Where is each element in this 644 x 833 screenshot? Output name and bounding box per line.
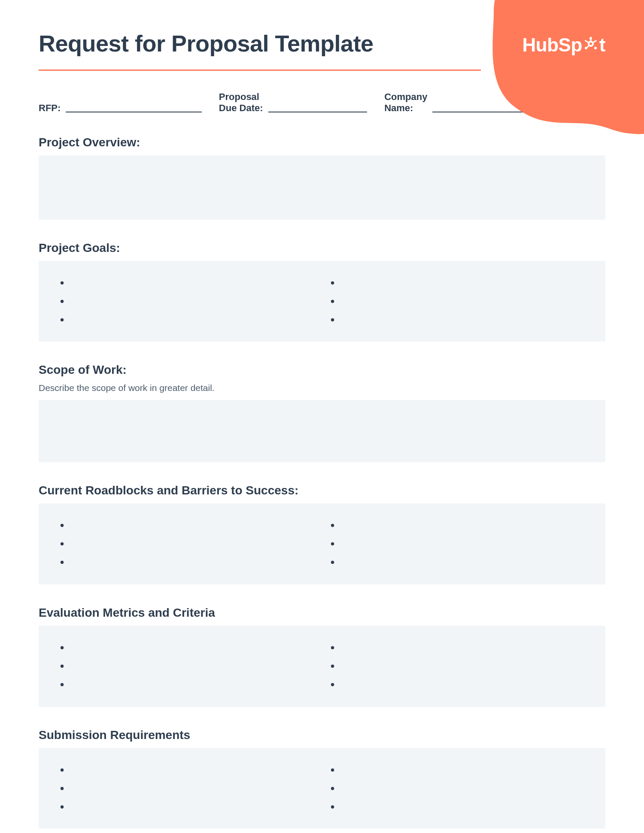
header-blob-shape [455, 0, 644, 167]
bullet[interactable]: • [331, 311, 584, 329]
bullet[interactable]: • [60, 761, 313, 779]
roadblocks-col-right: • • • [331, 516, 584, 572]
roadblocks-box[interactable]: • • • • • • [39, 503, 605, 585]
goals-col-left: • • • [60, 274, 313, 329]
bullet[interactable]: • [331, 553, 584, 572]
metrics-heading: Evaluation Metrics and Criteria [39, 606, 605, 620]
bullet[interactable]: • [331, 761, 584, 779]
bullet[interactable]: • [331, 274, 584, 292]
logo-text-hub: HubSp [522, 34, 582, 56]
submission-col-left: • • • [60, 761, 313, 816]
rfp-field[interactable]: RFP: [39, 91, 202, 114]
bullet[interactable]: • [331, 292, 584, 311]
metrics-col-right: • • • [331, 639, 584, 694]
logo-text-t: t [599, 34, 605, 56]
bullet[interactable]: • [60, 553, 313, 572]
goals-col-right: • • • [331, 274, 584, 329]
svg-rect-4 [584, 40, 589, 43]
title-underline [39, 70, 481, 71]
bullet[interactable]: • [60, 657, 313, 675]
svg-point-1 [589, 42, 592, 45]
bullet[interactable]: • [60, 798, 313, 816]
hubspot-logo: HubSpt [522, 34, 605, 56]
due-date-field[interactable]: Proposal Due Date: [219, 91, 367, 114]
goals-box[interactable]: • • • • • • [39, 261, 605, 342]
sprocket-icon [583, 34, 598, 56]
bullet[interactable]: • [331, 657, 584, 675]
bullet[interactable]: • [60, 274, 313, 292]
bullet[interactable]: • [331, 516, 584, 535]
svg-point-7 [585, 47, 587, 49]
metrics-box[interactable]: • • • • • • [39, 626, 605, 707]
bullet[interactable]: • [60, 311, 313, 329]
rfp-label: RFP: [39, 103, 61, 114]
bullet[interactable]: • [331, 798, 584, 816]
bullet[interactable]: • [60, 292, 313, 311]
scope-textarea[interactable] [39, 400, 605, 462]
svg-point-6 [589, 37, 592, 39]
company-label: Company Name: [384, 91, 427, 114]
svg-point-8 [594, 47, 597, 49]
bullet[interactable]: • [60, 779, 313, 798]
bullet[interactable]: • [331, 639, 584, 657]
scope-desc: Describe the scope of work in greater de… [39, 383, 605, 393]
submission-col-right: • • • [331, 761, 584, 816]
bullet[interactable]: • [60, 535, 313, 553]
bullet[interactable]: • [331, 779, 584, 798]
section-metrics: Evaluation Metrics and Criteria • • • • … [39, 606, 605, 707]
svg-rect-5 [592, 40, 597, 43]
section-goals: Project Goals: • • • • • • [39, 241, 605, 342]
bullet[interactable]: • [331, 675, 584, 694]
roadblocks-heading: Current Roadblocks and Barriers to Succe… [39, 484, 605, 497]
metrics-col-left: • • • [60, 639, 313, 694]
bullet[interactable]: • [60, 639, 313, 657]
submission-box[interactable]: • • • • • • [39, 748, 605, 829]
goals-heading: Project Goals: [39, 241, 605, 255]
bullet[interactable]: • [60, 516, 313, 535]
rfp-template-page: HubSpt Request for Proposal Template RFP… [0, 0, 644, 833]
roadblocks-col-left: • • • [60, 516, 313, 572]
section-submission: Submission Requirements • • • • • • [39, 728, 605, 829]
due-date-input-line[interactable] [268, 112, 368, 112]
section-roadblocks: Current Roadblocks and Barriers to Succe… [39, 484, 605, 585]
bullet[interactable]: • [331, 535, 584, 553]
due-date-label: Proposal Due Date: [219, 91, 263, 114]
section-scope: Scope of Work: Describe the scope of wor… [39, 363, 605, 462]
bullet[interactable]: • [60, 675, 313, 694]
rfp-input-line[interactable] [66, 112, 202, 112]
scope-heading: Scope of Work: [39, 363, 605, 377]
submission-heading: Submission Requirements [39, 728, 605, 742]
